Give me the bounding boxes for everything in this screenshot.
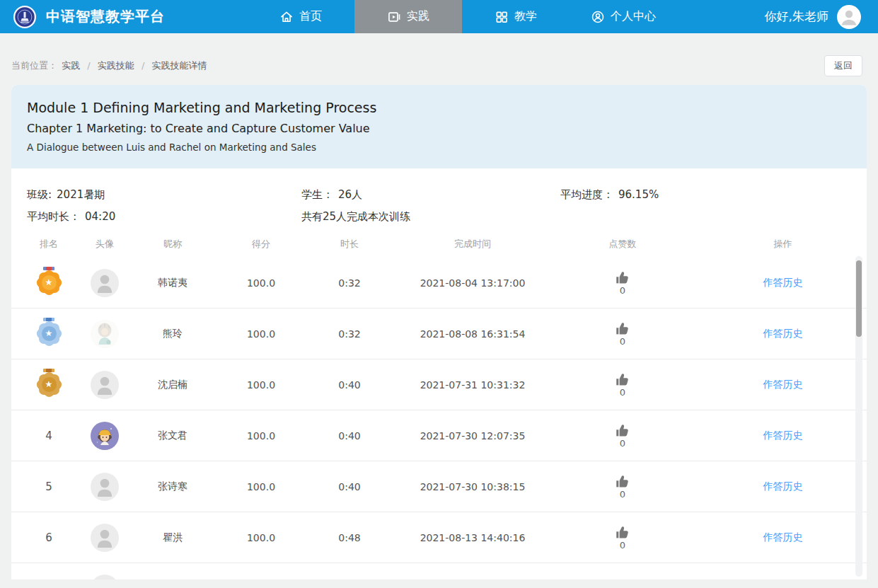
finish-time-cell: 2021-08-13 14:40:16	[399, 532, 546, 543]
breadcrumb-bar: 当前位置： 实践 / 实践技能 / 实践技能详情 返回	[0, 55, 878, 76]
home-icon	[279, 10, 294, 24]
student-avatar	[91, 422, 119, 450]
thumb-up-icon[interactable]	[615, 423, 630, 438]
nav-tab-label: 教学	[514, 9, 537, 24]
score-cell: 100.0	[222, 532, 300, 543]
nav-tab-teaching[interactable]: 教学	[462, 0, 570, 33]
thumb-up-icon[interactable]	[615, 270, 630, 285]
nav-tab-profile[interactable]: 个人中心	[570, 0, 677, 33]
action-cell: 作答历史	[699, 328, 867, 340]
col-action: 操作	[699, 238, 867, 250]
stat-students-label: 学生：	[301, 188, 333, 201]
thumb-up-icon[interactable]	[615, 525, 630, 540]
table-body: ★ 韩诺夷 100.0 0:32 2021-08-04 13:17:00 0 作…	[11, 258, 867, 580]
nickname-cell: 沈启楠	[123, 379, 222, 391]
stat-progress-label: 平均进度：	[560, 188, 613, 201]
action-cell: 作答历史	[699, 480, 867, 493]
breadcrumb-separator: /	[87, 60, 90, 71]
stat-duration-label: 平均时长：	[27, 210, 80, 223]
brand-title: 中语智慧教学平台	[46, 7, 165, 26]
col-finish-time: 完成时间	[399, 238, 546, 250]
rank-medal-gold-icon: ★	[34, 267, 64, 299]
table-row: ★ 熊玲 100.0 0:32 2021-08-08 16:31:54 0 作答…	[11, 309, 867, 359]
avatar-cell	[86, 422, 123, 450]
stat-duration-value: 04:20	[85, 210, 115, 223]
table-row: ★ 韩诺夷 100.0 0:32 2021-08-04 13:17:00 0 作…	[11, 258, 867, 309]
avatar-cell	[86, 524, 123, 552]
student-avatar	[91, 320, 119, 348]
stat-students-value: 26人	[338, 188, 362, 201]
breadcrumb-item-practice-skill[interactable]: 实践技能	[98, 60, 134, 71]
duration-cell: 0:40	[300, 430, 399, 442]
breadcrumb-item-skill-detail: 实践技能详情	[151, 60, 207, 71]
rank-medal-bronze-icon: ★	[34, 369, 64, 401]
thumb-up-icon[interactable]	[615, 474, 630, 489]
table-row: 6 瞿洪 100.0 0:48 2021-08-13 14:40:16 0 作答…	[11, 512, 867, 563]
score-cell: 100.0	[222, 328, 300, 340]
duration-cell: 0:40	[300, 481, 399, 492]
nav-tab-home[interactable]: 首页	[247, 0, 354, 33]
scrollbar-thumb[interactable]	[856, 260, 862, 337]
action-cell: 作答历史	[699, 531, 867, 544]
scrollbar-track[interactable]	[855, 256, 862, 577]
table-row: 4 张文君 100.0 0:40 2021-07-30 12:07:35 0 作…	[11, 410, 867, 461]
nav-tab-label: 实践	[407, 9, 429, 24]
nav-tab-label: 首页	[299, 9, 322, 24]
like-count: 0	[620, 286, 625, 296]
avatar-cell	[86, 320, 123, 348]
avatar-cell	[86, 371, 123, 399]
answer-history-link[interactable]: 作答历史	[763, 379, 803, 391]
like-count: 0	[620, 490, 625, 500]
rank-cell: 5	[11, 480, 86, 493]
stat-class-label: 班级:	[27, 188, 52, 201]
finish-time-cell: 2021-08-04 13:17:00	[399, 277, 546, 289]
module-header: Module 1 Defining Marketing and Marketin…	[11, 85, 867, 168]
student-avatar	[91, 473, 119, 501]
likes-cell: 0	[546, 372, 699, 398]
rank-cell: ★	[11, 267, 86, 299]
thumb-up-icon[interactable]	[615, 372, 630, 387]
duration-cell: 0:32	[300, 277, 399, 289]
nickname-cell: 张诗寒	[123, 480, 222, 493]
nickname-cell: 韩诺夷	[123, 277, 222, 289]
col-likes: 点赞数	[546, 238, 699, 250]
action-cell: 作答历史	[699, 430, 867, 442]
table-row: 5 张诗寒 100.0 0:40 2021-07-30 10:38:15 0 作…	[11, 461, 867, 512]
finish-time-cell: 2021-08-08 16:31:54	[399, 328, 546, 340]
breadcrumb-item-practice[interactable]: 实践	[62, 60, 80, 71]
module-title: Module 1 Defining Marketing and Marketin…	[27, 96, 851, 119]
user-avatar[interactable]	[837, 5, 861, 29]
duration-cell: 0:40	[300, 379, 399, 391]
like-count: 0	[620, 388, 625, 398]
student-avatar	[91, 269, 119, 297]
finish-time-cell: 2021-07-31 10:31:32	[399, 379, 546, 391]
duration-cell: 0:48	[300, 532, 399, 543]
likes-cell: 0	[546, 525, 699, 550]
table-row: ★ 沈启楠 100.0 0:40 2021-07-31 10:31:32 0 作…	[11, 359, 867, 410]
stat-progress: 平均进度：96.15%	[560, 188, 851, 202]
likes-cell: 0	[546, 474, 699, 500]
stat-avg-duration: 平均时长：04:20	[27, 210, 301, 224]
answer-history-link[interactable]: 作答历史	[763, 430, 803, 442]
answer-history-link[interactable]: 作答历史	[763, 531, 803, 544]
exercise-subtitle: A Dialogue between Luis and Rachel on Ma…	[27, 139, 851, 156]
col-duration: 时长	[300, 238, 399, 250]
back-button[interactable]: 返回	[824, 55, 862, 76]
score-cell: 100.0	[222, 430, 300, 442]
thumb-up-icon[interactable]	[615, 321, 630, 336]
answer-history-link[interactable]: 作答历史	[763, 480, 803, 493]
answer-history-link[interactable]: 作答历史	[763, 277, 803, 289]
rank-cell: ★	[11, 318, 86, 350]
student-avatar	[91, 371, 119, 399]
top-navbar: 中语智慧教学平台 首页 实践	[0, 0, 878, 33]
avatar-cell	[86, 269, 123, 297]
score-cell: 100.0	[222, 481, 300, 492]
answer-history-link[interactable]: 作答历史	[763, 328, 803, 340]
nav-tab-practice[interactable]: 实践	[354, 0, 462, 33]
col-avatar: 头像	[86, 238, 123, 250]
likes-cell: 0	[546, 321, 699, 347]
stats-panel: 班级:2021暑期 学生：26人 平均进度：96.15% 平均时长：04:20 …	[11, 168, 867, 231]
stat-students: 学生：26人	[301, 188, 560, 202]
grid-icon	[495, 10, 509, 24]
university-logo-icon	[13, 5, 37, 29]
